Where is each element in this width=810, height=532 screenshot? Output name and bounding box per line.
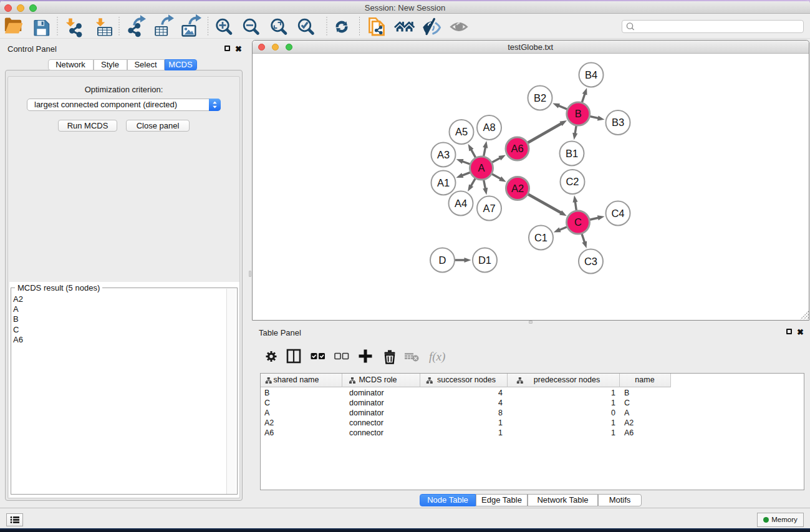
svg-text:f(x): f(x) xyxy=(429,350,445,364)
